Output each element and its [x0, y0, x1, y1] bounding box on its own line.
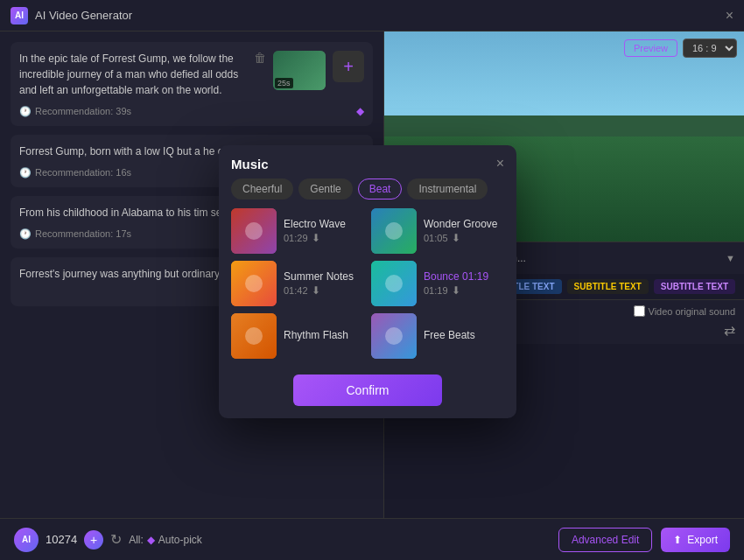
bottom-bar: AI 10274 + ↻ All: ◆ Auto-pick Advanced E…	[0, 518, 744, 560]
track-dur-2: 01:05	[424, 233, 448, 243]
add-credit-button[interactable]: +	[84, 530, 103, 550]
title-bar: AI AI Video Generator ×	[0, 0, 744, 32]
track-thumb-2	[371, 208, 417, 254]
video-sound-label: Video original sound	[649, 306, 735, 317]
modal-close-button[interactable]: ×	[496, 156, 504, 172]
ai-badge: AI	[14, 528, 39, 552]
track-thumb-6	[371, 313, 417, 359]
ratio-select[interactable]: 16 : 9 9 : 16 1 : 1	[683, 38, 737, 58]
sound-right: Video original sound ⇄	[634, 305, 735, 339]
track-5[interactable]: Rhythm Flash	[231, 313, 364, 359]
track-dl-4: ⬇	[452, 284, 460, 297]
track-thumb-1	[231, 208, 277, 254]
rec-label-1: Recommendation: 39s	[35, 106, 131, 116]
export-button[interactable]: ⬆ Export	[661, 528, 730, 552]
tab-gentle[interactable]: Gentle	[298, 178, 352, 200]
auto-pick-label: Auto-pick	[158, 534, 202, 546]
tab-instrumental[interactable]: Instrumental	[407, 178, 488, 200]
scene-delete-1[interactable]: 🗑	[254, 51, 266, 65]
track-info-6: Free Beats	[424, 329, 504, 343]
thumb-label-1: 25s	[275, 78, 293, 88]
refresh-button[interactable]: ↻	[110, 531, 122, 548]
app-icon: AI	[11, 7, 28, 24]
track-thumb-3	[231, 261, 277, 306]
diamond-icon-1: ◆	[356, 105, 364, 117]
confirm-button[interactable]: Confirm	[293, 374, 441, 406]
title-bar-left: AI AI Video Generator	[11, 7, 132, 24]
scene-text-1: In the epic tale of Forrest Gump, we fol…	[19, 51, 247, 98]
music-grid: Electro Wave 01:29 ⬇ Wonder Groove	[219, 208, 516, 368]
track-6[interactable]: Free Beats	[371, 313, 504, 359]
track-name-6: Free Beats	[424, 329, 504, 341]
all-label: All:	[129, 534, 144, 546]
track-name-2: Wonder Groove	[424, 218, 504, 230]
cost-dropdown[interactable]: ▼	[726, 253, 735, 263]
video-sound-checkbox[interactable]	[634, 305, 645, 317]
modal-header: Music ×	[219, 145, 516, 178]
app-title: AI Video Generator	[35, 9, 132, 22]
tab-cheerful[interactable]: Cheerful	[231, 178, 293, 200]
export-icon: ⬆	[673, 534, 682, 546]
track-dl-1: ⬇	[312, 232, 320, 244]
rec-label-3: Recommendation: 17s	[35, 228, 131, 239]
track-4[interactable]: Bounce 01:19 01:19 ⬇	[371, 261, 504, 306]
scene-block-1: In the epic tale of Forrest Gump, we fol…	[11, 42, 373, 126]
video-sound-row: Video original sound	[634, 305, 735, 317]
track-name-3: Summer Notes	[284, 270, 364, 283]
sound-swap-button[interactable]: ⇄	[724, 322, 735, 339]
track-info-1: Electro Wave 01:29 ⬇	[284, 218, 364, 244]
add-scene-button-1[interactable]: +	[333, 51, 364, 82]
modal-confirm-area: Confirm	[219, 368, 516, 418]
advanced-edit-button[interactable]: Advanced Edit	[558, 528, 652, 552]
credit-count: 10274	[46, 533, 77, 546]
track-info-4: Bounce 01:19 01:19 ⬇	[424, 270, 504, 297]
auto-pick: All: ◆ Auto-pick	[129, 534, 202, 546]
diamond-icon: ◆	[147, 534, 155, 546]
track-name-1: Electro Wave	[284, 218, 364, 230]
track-3[interactable]: Summer Notes 01:42 ⬇	[231, 261, 364, 306]
track-dur-1: 01:29	[284, 233, 308, 243]
export-label: Export	[687, 534, 718, 546]
modal-title: Music	[231, 157, 269, 172]
tab-beat[interactable]: Beat	[358, 178, 403, 200]
subtitle-chip-3[interactable]: SUBTITLE TEXT	[567, 279, 649, 294]
track-dur-3: 01:42	[284, 285, 308, 296]
preview-button[interactable]: Preview	[624, 39, 677, 57]
track-1[interactable]: Electro Wave 01:29 ⬇	[231, 208, 364, 254]
preview-controls: Preview 16 : 9 9 : 16 1 : 1	[624, 38, 737, 58]
track-2[interactable]: Wonder Groove 01:05 ⬇	[371, 208, 504, 254]
track-name-5: Rhythm Flash	[284, 329, 364, 341]
track-info-3: Summer Notes 01:42 ⬇	[284, 270, 364, 297]
subtitle-chip-4[interactable]: SUBTITLE TEXT	[654, 279, 735, 294]
track-dl-2: ⬇	[452, 232, 460, 244]
track-info-2: Wonder Groove 01:05 ⬇	[424, 218, 504, 244]
track-thumb-4	[371, 261, 417, 306]
rec-label-2: Recommendation: 16s	[35, 167, 131, 178]
track-dl-3: ⬇	[312, 284, 320, 297]
track-info-5: Rhythm Flash	[284, 329, 364, 343]
track-thumb-5	[231, 313, 277, 359]
track-name-4: Bounce 01:19	[424, 270, 504, 283]
bottom-right: Advanced Edit ⬆ Export	[558, 528, 730, 552]
music-tabs: Cheerful Gentle Beat Instrumental	[219, 178, 516, 208]
scene-thumbnail-1: 25s	[273, 51, 326, 90]
bottom-left: AI 10274 + ↻ All: ◆ Auto-pick	[14, 528, 202, 552]
scene-rec-1: 🕐 Recommendation: 39s ◆	[19, 105, 364, 117]
music-modal: Music × Cheerful Gentle Beat Instrumenta…	[219, 145, 516, 418]
track-dur-4: 01:19	[424, 285, 448, 296]
window-close-button[interactable]: ×	[726, 8, 733, 24]
scene-top-1: In the epic tale of Forrest Gump, we fol…	[19, 51, 364, 98]
